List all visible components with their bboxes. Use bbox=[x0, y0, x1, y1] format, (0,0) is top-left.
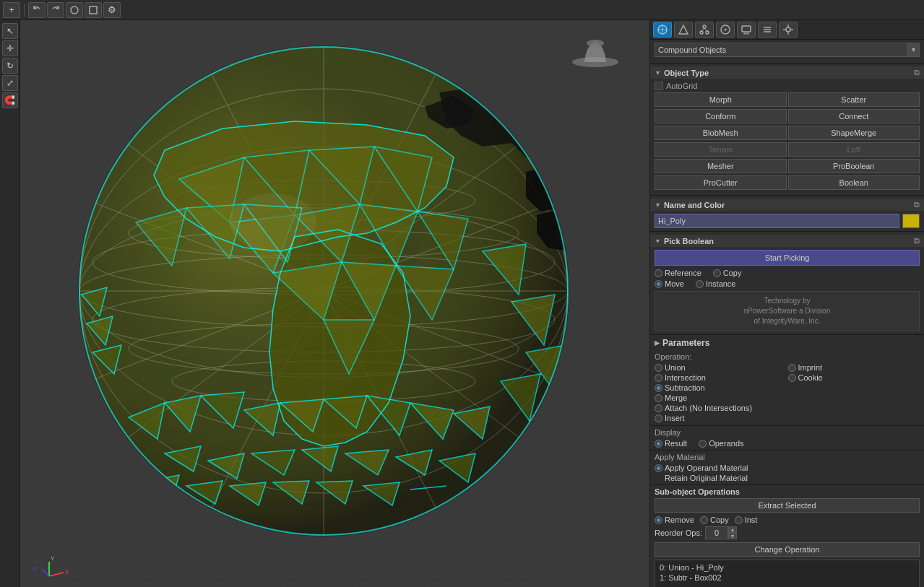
toolbar-redo-btn[interactable] bbox=[47, 2, 64, 18]
change-operation-btn[interactable]: Change Operation bbox=[655, 542, 920, 557]
toolbar-circle-btn[interactable] bbox=[66, 2, 83, 18]
panel-tab-create[interactable] bbox=[653, 22, 672, 38]
operand-item-1[interactable]: 1: Subtr - Box002 bbox=[658, 573, 916, 583]
reference-radio[interactable]: Reference bbox=[655, 269, 701, 277]
left-toolbar: ↖ ✛ ↻ ⤢ 🧲 bbox=[0, 20, 20, 587]
terrain-btn[interactable]: Terrain bbox=[655, 142, 787, 157]
remove-radio-circle bbox=[655, 516, 662, 524]
pick-boolean-maximize[interactable]: ⧉ bbox=[914, 236, 920, 245]
conform-btn[interactable]: Conform bbox=[655, 109, 787, 123]
merge-radio[interactable]: Merge bbox=[655, 393, 920, 402]
svg-rect-106 bbox=[742, 26, 751, 32]
remove-radio[interactable]: Remove bbox=[655, 516, 694, 524]
operands-radio[interactable]: Operands bbox=[699, 439, 743, 448]
toolbar-settings-btn[interactable]: ⚙ bbox=[103, 2, 121, 18]
copy-sub-radio[interactable]: Copy bbox=[700, 516, 729, 524]
left-select-btn[interactable]: ↖ bbox=[2, 23, 18, 39]
compound-objects-select[interactable]: Compound Objects bbox=[655, 43, 908, 57]
toolbar-undo-btn[interactable] bbox=[28, 2, 46, 18]
panel-tab-utilities[interactable] bbox=[758, 22, 777, 38]
union-radio[interactable]: Union bbox=[655, 363, 787, 372]
insert-radio[interactable]: Insert bbox=[655, 414, 920, 422]
imprint-label: Imprint bbox=[798, 363, 823, 372]
svg-text:Y: Y bbox=[51, 555, 55, 562]
compound-objects-dropdown-arrow[interactable]: ▼ bbox=[908, 43, 920, 57]
toolbar-rect-btn[interactable] bbox=[85, 2, 102, 18]
pick-boolean-header[interactable]: ▼ Pick Boolean ⧉ bbox=[650, 235, 924, 247]
panel-tab-hierarchy[interactable] bbox=[695, 22, 714, 38]
reorder-ops-row: Reorder Ops: ▲ ▼ bbox=[655, 526, 920, 539]
toolbar-plus-btn[interactable]: + bbox=[3, 2, 20, 18]
copy-sub-label: Copy bbox=[710, 516, 729, 524]
morph-btn[interactable]: Morph bbox=[655, 92, 787, 107]
autogrid-checkbox[interactable] bbox=[655, 82, 663, 90]
reference-radio-label: Reference bbox=[665, 269, 701, 277]
result-label: Result bbox=[665, 439, 687, 448]
operand-item-0[interactable]: 0: Union - Hi_Poly bbox=[658, 562, 916, 573]
panel-tab-modify[interactable] bbox=[674, 22, 693, 38]
parameters-title: Parameters bbox=[655, 338, 920, 348]
left-snap-btn[interactable]: 🧲 bbox=[2, 92, 18, 108]
name-color-section: ▼ Name and Color ⧉ bbox=[650, 196, 924, 232]
viewport-hat-icon bbox=[570, 35, 613, 64]
autogrid-label: AutoGrid bbox=[666, 82, 697, 90]
left-rotate-btn[interactable]: ↻ bbox=[2, 58, 18, 74]
apply-material-section: Apply Material Apply Operand Material Re… bbox=[655, 453, 920, 482]
extract-selected-btn[interactable]: Extract Selected bbox=[655, 498, 920, 513]
procutter-btn[interactable]: ProCutter bbox=[655, 175, 787, 190]
spinner-up-btn[interactable]: ▲ bbox=[728, 526, 737, 533]
object-type-buttons-6: ProCutter Boolean bbox=[655, 175, 920, 190]
subtraction-radio[interactable]: Subtraction bbox=[655, 383, 920, 392]
move-radio[interactable]: Move bbox=[655, 279, 684, 288]
panel-tab-display[interactable] bbox=[737, 22, 756, 38]
name-color-header[interactable]: ▼ Name and Color ⧉ bbox=[650, 199, 924, 211]
left-move-btn[interactable]: ✛ bbox=[2, 40, 18, 56]
name-color-toggle: ▼ bbox=[655, 201, 661, 209]
sep-3 bbox=[650, 484, 924, 485]
object-type-maximize[interactable]: ⧉ bbox=[914, 68, 920, 77]
copy-radio-circle bbox=[713, 269, 721, 277]
mesher-btn[interactable]: Mesher bbox=[655, 159, 787, 173]
apply-operand-radio-circle bbox=[655, 464, 662, 472]
instance-radio[interactable]: Instance bbox=[696, 279, 736, 288]
connect-btn[interactable]: Connect bbox=[788, 109, 920, 123]
toolbar-sep-1 bbox=[24, 4, 25, 17]
imprint-radio[interactable]: Imprint bbox=[788, 363, 920, 372]
right-panel: Compound Objects ▼ ▼ Object Type ⧉ AutoG… bbox=[649, 20, 924, 587]
boolean-btn[interactable]: Boolean bbox=[788, 175, 920, 190]
result-radio[interactable]: Result bbox=[655, 439, 687, 448]
start-picking-btn[interactable]: Start Picking bbox=[655, 250, 920, 266]
object-type-header[interactable]: ▼ Object Type ⧉ bbox=[650, 66, 924, 79]
attach-radio[interactable]: Attach (No Intersections) bbox=[655, 404, 920, 412]
name-color-maximize[interactable]: ⧉ bbox=[914, 200, 920, 209]
retain-original-label: Retain Original Material bbox=[665, 474, 748, 482]
display-row: Result Operands bbox=[655, 439, 920, 448]
copy-radio[interactable]: Copy bbox=[713, 269, 742, 277]
scatter-btn[interactable]: Scatter bbox=[788, 92, 920, 107]
object-type-buttons-1: Morph Scatter bbox=[655, 92, 920, 107]
loft-btn[interactable]: Loft bbox=[788, 142, 920, 157]
svg-point-3 bbox=[587, 40, 604, 47]
apply-operand-radio[interactable]: Apply Operand Material bbox=[655, 464, 920, 472]
spinner-down-btn[interactable]: ▼ bbox=[728, 533, 737, 539]
move-radio-label: Move bbox=[665, 279, 684, 288]
proboolean-btn[interactable]: ProBoolean bbox=[788, 159, 920, 173]
merge-radio-circle bbox=[655, 394, 662, 402]
svg-line-103 bbox=[704, 28, 707, 31]
name-color-row bbox=[655, 214, 920, 228]
cookie-radio-circle bbox=[788, 374, 796, 382]
blobmesh-btn[interactable]: BlobMesh bbox=[655, 126, 787, 140]
panel-tab-motion[interactable] bbox=[716, 22, 735, 38]
cookie-radio[interactable]: Cookie bbox=[788, 373, 920, 382]
name-input[interactable] bbox=[655, 214, 899, 228]
left-scale-btn[interactable]: ⤢ bbox=[2, 75, 18, 91]
insert-label: Insert bbox=[665, 414, 685, 422]
panel-tab-extra[interactable] bbox=[779, 22, 798, 38]
retain-original-radio[interactable]: Retain Original Material bbox=[665, 474, 920, 482]
intersection-radio[interactable]: Intersection bbox=[655, 373, 787, 382]
pick-boolean-header-left: ▼ Pick Boolean bbox=[655, 237, 714, 245]
color-swatch[interactable] bbox=[902, 214, 920, 228]
inst-radio[interactable]: Inst bbox=[735, 516, 758, 524]
shapemerge-btn[interactable]: ShapeMerge bbox=[788, 126, 920, 140]
reorder-ops-input[interactable] bbox=[705, 526, 728, 539]
